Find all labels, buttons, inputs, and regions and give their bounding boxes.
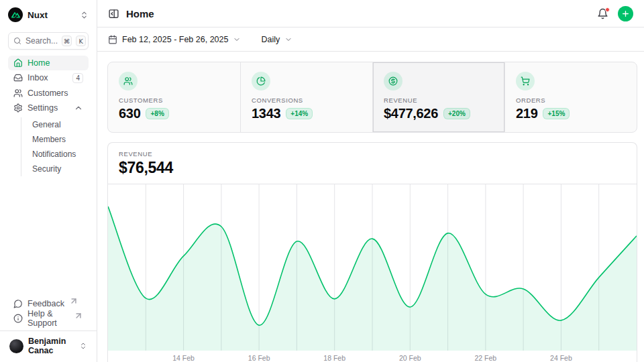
user-name: Benjamin Canac (28, 337, 70, 355)
stats-row: CUSTOMERS 630 +8% CONVERSIONS 1343 +14% (107, 62, 637, 133)
revenue-chart-header: REVENUE $76,544 (108, 143, 637, 184)
sidebar-item-general[interactable]: General (21, 117, 89, 132)
revenue-chart-kicker: REVENUE (119, 150, 626, 158)
search-input[interactable]: Search... ⌘ K (8, 32, 89, 50)
nuxt-logo-icon (8, 7, 23, 22)
kbd-meta: ⌘ (62, 36, 72, 46)
app-window: Nuxt Search... ⌘ K Home Inbox 4 (0, 0, 644, 362)
avatar (9, 339, 23, 353)
x-tick-label: 24 Feb (550, 354, 572, 362)
user-menu[interactable]: Benjamin Canac (8, 331, 89, 358)
filters-toolbar: Feb 12, 2025 - Feb 26, 2025 Daily (97, 27, 644, 52)
stat-card-conversions[interactable]: CONVERSIONS 1343 +14% (240, 62, 372, 132)
users-icon (119, 72, 138, 90)
stat-card-revenue[interactable]: REVENUE $477,626 +20% (372, 62, 504, 132)
stat-value: 1343 (252, 106, 280, 121)
chevrons-up-down-icon (80, 11, 89, 19)
sidebar-item-customers[interactable]: Customers (8, 86, 89, 101)
kbd-k: K (76, 36, 86, 46)
external-link-icon (74, 311, 83, 320)
dollar-circle-icon (384, 72, 402, 90)
sidebar-item-notifications[interactable]: Notifications (21, 147, 89, 162)
sidebar-item-members[interactable]: Members (21, 132, 89, 147)
chevron-down-icon (284, 36, 292, 44)
x-tick-label: 20 Feb (399, 354, 421, 362)
search-placeholder: Search... (25, 36, 58, 46)
sidebar-item-home[interactable]: Home (8, 56, 89, 70)
sidebar-item-settings[interactable]: Settings (8, 101, 89, 116)
revenue-chart-xaxis: 14 Feb 16 Feb 18 Feb 20 Feb 22 Feb 24 Fe… (108, 351, 637, 362)
chevron-down-icon (233, 36, 241, 44)
stat-delta-badge: +20% (443, 108, 470, 119)
sidebar-item-inbox[interactable]: Inbox 4 (8, 71, 89, 86)
page-title: Home (126, 8, 154, 19)
x-tick-label: 16 Feb (248, 354, 270, 362)
period-select[interactable]: Daily (261, 35, 292, 44)
revenue-chart-total: $76,544 (119, 159, 626, 177)
stat-value: $477,626 (384, 106, 438, 121)
main-area: Home Feb 12, 2025 - Feb 26, 2025 Daily (97, 0, 644, 362)
workspace-name: Nuxt (28, 10, 48, 20)
settings-submenu: General Members Notifications Security (21, 117, 89, 176)
search-icon (13, 37, 21, 45)
sidebar-collapse-button[interactable] (108, 8, 119, 19)
revenue-area-chart (108, 184, 637, 351)
inbox-count-badge: 4 (72, 73, 83, 83)
sidebar-item-security[interactable]: Security (21, 162, 89, 176)
stat-label: REVENUE (384, 97, 494, 104)
speech-bubble-icon (13, 299, 23, 308)
gear-icon (13, 103, 23, 113)
stat-delta-badge: +8% (146, 108, 168, 119)
stat-value: 219 (516, 106, 537, 121)
users-icon (13, 88, 23, 98)
stat-label: CONVERSIONS (252, 97, 362, 104)
workspace-switcher[interactable]: Nuxt (8, 7, 89, 23)
help-support-link[interactable]: Help & Support (8, 312, 89, 326)
revenue-chart-plot[interactable] (108, 184, 637, 351)
notification-dot (605, 7, 610, 12)
chevron-up-icon (74, 103, 83, 113)
stat-label: ORDERS (516, 97, 626, 104)
date-range-picker[interactable]: Feb 12, 2025 - Feb 26, 2025 (108, 35, 241, 44)
chevrons-up-down-icon (79, 342, 87, 350)
stat-label: CUSTOMERS (119, 97, 229, 104)
stat-delta-badge: +15% (543, 108, 570, 119)
date-range-value: Feb 12, 2025 - Feb 26, 2025 (122, 35, 228, 44)
add-button[interactable] (618, 6, 633, 21)
notifications-button[interactable] (597, 8, 608, 19)
x-tick-label: 14 Feb (172, 354, 195, 362)
page-header: Home (97, 0, 644, 27)
stat-value: 630 (119, 106, 140, 121)
sidebar: Nuxt Search... ⌘ K Home Inbox 4 (0, 0, 97, 362)
sidebar-nav: Home Inbox 4 Customers Settings General (8, 56, 89, 176)
stat-card-orders[interactable]: ORDERS 219 +15% (504, 62, 637, 132)
chart-pie-icon (252, 72, 270, 90)
house-icon (13, 58, 23, 68)
inbox-icon (13, 73, 23, 82)
x-tick-label: 22 Feb (474, 354, 496, 362)
period-value: Daily (261, 35, 280, 44)
shopping-cart-icon (516, 72, 535, 90)
info-circle-icon (13, 314, 23, 323)
plus-icon (621, 9, 630, 18)
external-link-icon (69, 296, 78, 306)
stat-card-customers[interactable]: CUSTOMERS 630 +8% (108, 62, 240, 132)
calendar-icon (108, 35, 117, 44)
x-tick-label: 18 Feb (323, 354, 345, 362)
revenue-chart-card: REVENUE $76,544 14 Feb 16 Feb 18 Feb 20 … (107, 142, 637, 362)
page-content: CUSTOMERS 630 +8% CONVERSIONS 1343 +14% (97, 52, 644, 362)
stat-delta-badge: +14% (286, 108, 313, 119)
sidebar-footer: Feedback Help & Support (8, 296, 89, 326)
panel-left-close-icon (108, 8, 119, 19)
